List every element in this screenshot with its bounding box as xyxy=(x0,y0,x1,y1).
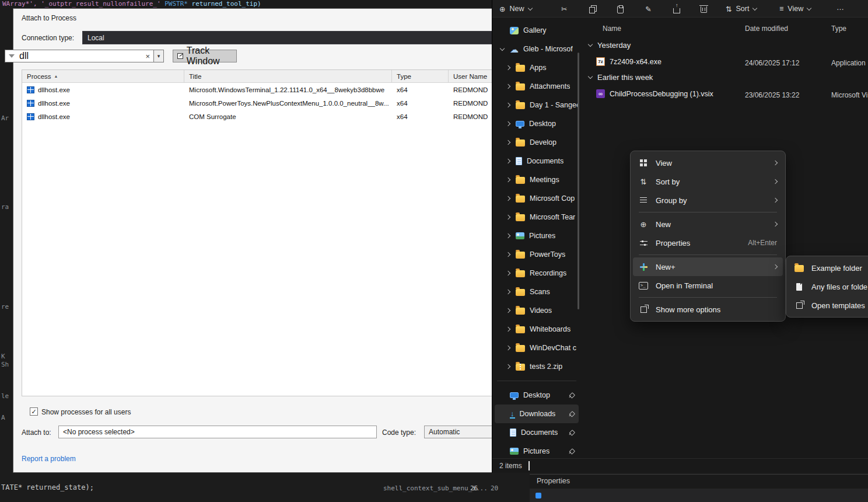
column-header-username[interactable]: User Name xyxy=(449,70,492,82)
connection-type-select[interactable]: Local xyxy=(82,31,493,44)
properties-item-icon xyxy=(536,493,541,498)
column-header-title[interactable]: Title xyxy=(184,70,392,82)
chevron-right-icon[interactable] xyxy=(506,159,510,163)
code-token: returned_tool_tip) xyxy=(188,0,261,8)
codelens-count[interactable]: 26 xyxy=(470,484,478,492)
show-all-users-checkbox[interactable]: ✓ xyxy=(30,407,38,416)
sidebar-item-pictures-onedrive[interactable]: Pictures xyxy=(495,226,579,245)
chevron-right-icon[interactable] xyxy=(506,215,510,219)
chevron-down-icon[interactable] xyxy=(588,42,593,47)
sidebar-item-recordings[interactable]: Recordings xyxy=(495,264,579,283)
sidebar-item-microsoft-copilot[interactable]: Microsoft Cop xyxy=(495,189,579,208)
submenu-item-any-files[interactable]: Any files or folde xyxy=(789,277,868,296)
sidebar-item-label: PowerToys xyxy=(530,250,565,259)
table-row[interactable]: dllhost.exe COM Surrogate x64 REDMOND xyxy=(22,110,492,123)
chevron-right-icon[interactable] xyxy=(506,233,510,238)
menu-item-view[interactable]: View xyxy=(633,154,783,172)
sidebar-item-day1[interactable]: Day 1 - Sangee xyxy=(495,96,579,114)
chevron-right-icon[interactable] xyxy=(506,140,510,145)
copy-button[interactable] xyxy=(589,0,596,18)
file-row-vsix[interactable]: ∞ ChildProcessDebugging (1).vsix xyxy=(596,89,713,98)
delete-button[interactable] xyxy=(701,0,707,18)
sidebar-item-gallery[interactable]: Gallery xyxy=(495,21,579,40)
menu-item-new[interactable]: ⊕ New xyxy=(633,215,783,233)
chevron-right-icon[interactable] xyxy=(506,103,510,107)
submenu-item-open-templates[interactable]: Open templates xyxy=(789,296,868,315)
file-row-7z[interactable]: 7z 7z2409-x64.exe xyxy=(596,57,662,66)
chevron-right-icon[interactable] xyxy=(506,271,510,276)
chevron-right-icon[interactable] xyxy=(506,308,510,313)
document-icon xyxy=(510,428,516,437)
code-fragment: Sh xyxy=(1,361,9,368)
view-button-label: View xyxy=(788,5,803,13)
sidebar-scrollbar[interactable] xyxy=(578,53,579,309)
chevron-right-icon[interactable] xyxy=(506,177,510,182)
column-header-process[interactable]: Process ▲ xyxy=(22,70,184,82)
sidebar-item-documents-onedrive[interactable]: Documents xyxy=(495,152,579,170)
sidebar-item-tests-zip[interactable]: tests 2.zip xyxy=(495,357,579,376)
menu-item-properties[interactable]: Properties Alt+Enter xyxy=(633,233,783,252)
table-row[interactable]: dllhost.exe Microsoft.PowerToys.NewPlusC… xyxy=(22,96,492,110)
sidebar-item-attachments[interactable]: Attachments xyxy=(495,77,579,96)
menu-item-open-in-terminal[interactable]: >_ Open in Terminal xyxy=(633,276,783,295)
group-header-earlier-this-week[interactable]: Earlier this week xyxy=(589,73,653,82)
chevron-down-icon[interactable] xyxy=(500,46,505,50)
chevron-right-icon[interactable] xyxy=(506,65,510,70)
sidebar-item-documents-pinned[interactable]: Documents xyxy=(495,423,579,442)
sidebar-item-apps[interactable]: Apps xyxy=(495,58,579,77)
clear-filter-icon[interactable]: × xyxy=(145,52,150,61)
show-all-users-label[interactable]: Show processes for all users xyxy=(41,408,131,416)
chevron-right-icon[interactable] xyxy=(506,346,510,350)
sidebar-item-microsoft-teams[interactable]: Microsoft Tear xyxy=(495,208,579,226)
sidebar-item-meetings[interactable]: Meetings xyxy=(495,170,579,189)
sidebar-item-whiteboards[interactable]: Whiteboards xyxy=(495,320,579,339)
chevron-right-icon[interactable] xyxy=(506,196,510,201)
track-window-button[interactable]: Track Window xyxy=(173,50,237,62)
new-button[interactable]: ⊕ New xyxy=(499,0,532,18)
menu-item-newplus[interactable]: New+ xyxy=(633,257,783,276)
column-header-type[interactable]: Type xyxy=(831,25,846,33)
sidebar-item-onedrive[interactable]: ☁ Gleb - Microsof xyxy=(495,40,579,58)
new-button-label: New xyxy=(509,5,524,13)
chevron-right-icon[interactable] xyxy=(506,364,510,369)
column-header-date-modified[interactable]: Date modified xyxy=(745,25,788,33)
column-header-type[interactable]: Type xyxy=(392,70,449,82)
sidebar-item-windevchat[interactable]: WinDevChat c xyxy=(495,339,579,357)
filter-dropdown-button[interactable]: ▾ xyxy=(154,50,164,62)
attach-to-field[interactable]: <No process selected> xyxy=(58,426,377,438)
table-row[interactable]: dllhost.exe Microsoft.WindowsTerminal_1.… xyxy=(22,83,492,96)
sidebar-item-develop[interactable]: Develop xyxy=(495,133,579,152)
chevron-right-icon[interactable] xyxy=(506,252,510,257)
chevron-right-icon[interactable] xyxy=(506,84,510,89)
paste-button[interactable] xyxy=(617,0,624,18)
report-problem-link[interactable]: Report a problem xyxy=(22,455,76,463)
sidebar-item-pictures-pinned[interactable]: Pictures xyxy=(495,442,579,458)
chevron-right-icon[interactable] xyxy=(506,121,510,126)
menu-item-sort-by[interactable]: ⇅ Sort by xyxy=(633,172,783,191)
sidebar-item-desktop-onedrive[interactable]: Desktop xyxy=(495,114,579,133)
menu-item-show-more-options[interactable]: Show more options xyxy=(633,300,783,319)
sidebar-item-videos[interactable]: Videos xyxy=(495,301,579,320)
view-button[interactable]: ≡ View xyxy=(779,0,811,18)
sidebar-item-downloads-pinned[interactable]: ↓Downloads xyxy=(495,405,579,423)
sidebar-item-scans[interactable]: Scans xyxy=(495,283,579,301)
more-options-button[interactable]: ⋯ xyxy=(836,0,844,18)
item-count: 2 items xyxy=(499,462,522,470)
process-filter-input[interactable]: dll × xyxy=(5,50,154,62)
sidebar-item-label: Desktop xyxy=(529,120,556,128)
rename-button[interactable]: ✎ xyxy=(645,0,651,18)
chevron-down-icon[interactable] xyxy=(588,74,593,79)
chevron-right-icon[interactable] xyxy=(506,290,510,294)
column-header-name[interactable]: Name xyxy=(603,25,621,33)
chevron-right-icon[interactable] xyxy=(506,327,510,332)
group-header-yesterday[interactable]: Yesterday xyxy=(589,41,631,50)
menu-item-group-by[interactable]: Group by xyxy=(633,191,783,210)
sort-button[interactable]: ⇅ Sort xyxy=(726,0,757,18)
7zip-file-icon: 7z xyxy=(596,57,605,66)
code-type-select[interactable]: Automatic xyxy=(424,426,494,438)
sidebar-item-desktop-pinned[interactable]: Desktop xyxy=(495,386,579,405)
submenu-item-example-folder[interactable]: Example folder xyxy=(789,259,868,277)
share-button[interactable] xyxy=(673,0,680,18)
cut-button[interactable]: ✂ xyxy=(561,0,567,18)
sidebar-item-powertoys[interactable]: PowerToys xyxy=(495,245,579,264)
